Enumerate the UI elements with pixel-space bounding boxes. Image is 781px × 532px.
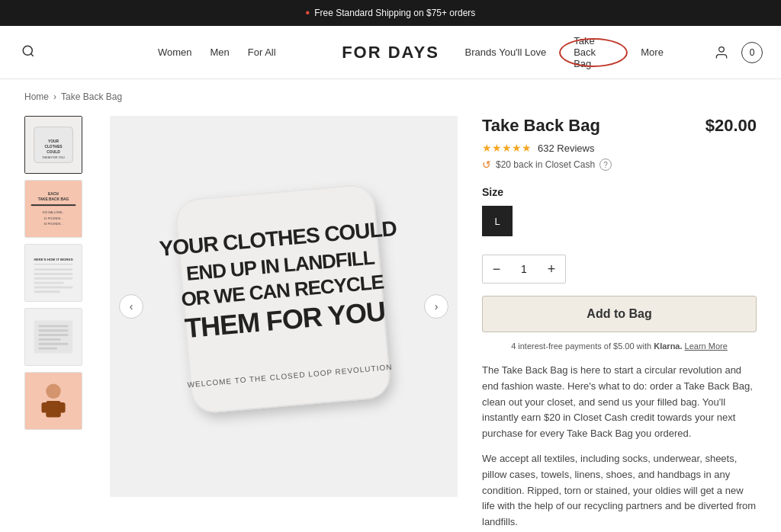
svg-text:TAKE BACK BAG: TAKE BACK BAG [38, 197, 69, 201]
announcement-text: Free Standard Shipping on $75+ orders [314, 8, 475, 18]
klarna-brand: Klarna. [654, 341, 682, 351]
svg-rect-22 [34, 282, 64, 284]
svg-rect-27 [39, 325, 69, 327]
svg-rect-29 [39, 334, 69, 336]
nav-item-take-back-bag[interactable]: Take Back Bag [564, 32, 622, 72]
svg-text:COULD: COULD [47, 150, 60, 154]
svg-point-2 [719, 46, 725, 52]
thumb-img-3: HERE'S HOW IT WORKS [25, 245, 82, 301]
quantity-control: − 1 + [482, 255, 566, 284]
svg-text:CLOTHES: CLOTHES [44, 145, 63, 149]
svg-rect-32 [39, 348, 57, 350]
nav-left: Women Men For All [117, 46, 316, 58]
reviews-row: ★★★★★ 632 Reviews [482, 142, 757, 154]
quantity-plus-button[interactable]: + [538, 255, 565, 283]
cart-button[interactable]: 0 [741, 42, 763, 63]
svg-text:15 POUNDS...: 15 POUNDS... [43, 216, 63, 220]
svg-rect-28 [39, 329, 69, 332]
cart-count-circle: 0 [741, 42, 763, 63]
quantity-value: 1 [510, 263, 538, 275]
product-layout: YOUR CLOTHES COULD THEM FOR YOU EACH TAK… [24, 116, 757, 532]
cashback-icon: ↺ [482, 159, 491, 171]
svg-rect-30 [39, 338, 61, 341]
size-label: Size [482, 186, 757, 198]
thumb-img-5 [25, 373, 82, 429]
svg-rect-9 [25, 181, 82, 237]
thumbnail-2[interactable]: EACH TAKE BACK BAG 100 GALLONS... 15 POU… [24, 180, 82, 238]
thumbnail-list: YOUR CLOTHES COULD THEM FOR YOU EACH TAK… [24, 116, 85, 532]
svg-rect-36 [41, 402, 49, 413]
thumb-img-1: YOUR CLOTHES COULD THEM FOR YOU [25, 117, 82, 173]
account-button[interactable] [714, 45, 729, 60]
account-icon [714, 45, 729, 60]
header-actions: 0 [664, 42, 763, 63]
nav-item-men[interactable]: Men [210, 46, 229, 58]
main-product-image: ‹ YOUR CLOTHES COU [110, 116, 458, 497]
product-info: Take Back Bag $20.00 ★★★★★ 632 Reviews ↺… [482, 116, 757, 532]
search-icon [21, 44, 35, 58]
svg-rect-19 [34, 268, 73, 271]
svg-point-0 [23, 46, 32, 55]
breadcrumb-separator: › [53, 91, 56, 102]
image-next-button[interactable]: › [424, 294, 448, 319]
svg-rect-21 [34, 277, 73, 280]
add-to-bag-button[interactable]: Add to Bag [482, 296, 757, 332]
svg-rect-23 [34, 287, 73, 289]
nav-right: Brands You'll Love Take Back Bag More [465, 32, 664, 72]
cashback-row: ↺ $20 back in Closet Cash ? [482, 159, 757, 171]
thumbnail-5[interactable] [24, 372, 82, 430]
thumbnail-3[interactable]: HERE'S HOW IT WORKS [24, 244, 82, 302]
quantity-minus-button[interactable]: − [483, 255, 510, 283]
product-desc-1: The Take Back Bag is here to start a cir… [482, 363, 757, 442]
nav-item-for-all[interactable]: For All [248, 46, 276, 58]
nav-item-more[interactable]: More [641, 46, 664, 58]
cashback-text: $20 back in Closet Cash [496, 159, 595, 170]
svg-rect-24 [34, 290, 60, 293]
cart-count: 0 [750, 47, 755, 58]
svg-rect-37 [58, 402, 66, 413]
svg-text:HERE'S HOW IT WORKS: HERE'S HOW IT WORKS [34, 258, 72, 261]
size-option-l[interactable]: L [482, 206, 513, 236]
nav-item-women[interactable]: Women [158, 46, 192, 58]
svg-text:100 GALLONS...: 100 GALLONS... [42, 210, 64, 214]
svg-line-1 [31, 53, 33, 56]
search-button[interactable] [18, 41, 38, 63]
thumb-img-4 [25, 309, 82, 365]
breadcrumb-current: Take Back Bag [61, 91, 122, 102]
klarna-info: 4 interest-free payments of $5.00 with K… [482, 341, 757, 351]
header: Women Men For All FOR DAYS Brands You'll… [0, 26, 781, 79]
cashback-help-icon[interactable]: ? [599, 159, 612, 171]
image-prev-button[interactable]: ‹ [119, 294, 143, 319]
site-logo[interactable]: FOR DAYS [316, 43, 464, 62]
svg-rect-12 [31, 204, 76, 206]
product-title: Take Back Bag [482, 116, 600, 136]
product-description: The Take Back Bag is here to start a cir… [482, 363, 757, 530]
product-desc-2: We accept all textiles, including socks,… [482, 451, 757, 530]
thumbnail-4[interactable] [24, 308, 82, 366]
thumbnail-1[interactable]: YOUR CLOTHES COULD THEM FOR YOU [24, 116, 82, 174]
nav-item-brands[interactable]: Brands You'll Love [465, 46, 547, 58]
announcement-bar: • Free Standard Shipping on $75+ orders [0, 0, 781, 26]
breadcrumb-home[interactable]: Home [24, 91, 49, 102]
svg-text:EACH: EACH [48, 192, 59, 196]
svg-point-34 [46, 384, 60, 399]
product-title-row: Take Back Bag $20.00 [482, 116, 757, 136]
announcement-dot: • [306, 6, 310, 20]
klarna-text: 4 interest-free payments of $5.00 with [511, 341, 651, 351]
svg-text:THEM FOR YOU: THEM FOR YOU [42, 155, 65, 159]
product-price: $20.00 [705, 116, 757, 136]
svg-rect-20 [34, 273, 73, 275]
svg-text:50 POUNDS...: 50 POUNDS... [43, 222, 63, 226]
product-main-svg: YOUR CLOTHES COULD END UP IN LANDFILL OR… [154, 154, 413, 459]
svg-rect-31 [39, 343, 69, 345]
svg-text:YOUR: YOUR [48, 139, 59, 143]
breadcrumb: Home › Take Back Bag [24, 91, 757, 102]
size-options: L [482, 206, 757, 236]
klarna-learn-more[interactable]: Learn More [685, 341, 728, 351]
header-left [18, 41, 117, 63]
quantity-row: − 1 + [482, 255, 757, 284]
svg-rect-18 [34, 264, 73, 264]
main-content: Home › Take Back Bag YOUR CLOTHES COULD … [0, 79, 781, 532]
review-count[interactable]: 632 Reviews [538, 143, 594, 154]
thumb-img-2: EACH TAKE BACK BAG 100 GALLONS... 15 POU… [25, 181, 82, 237]
